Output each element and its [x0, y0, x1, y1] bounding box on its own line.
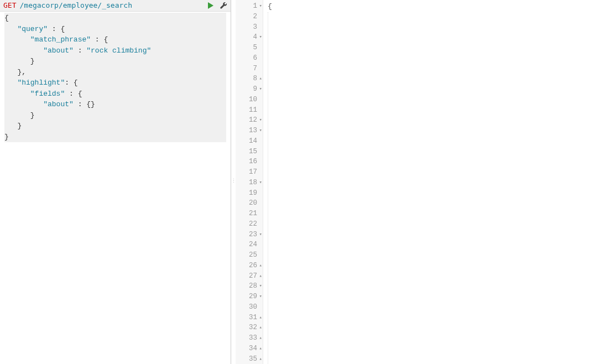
line-number: 26▴	[236, 261, 257, 271]
line-number: 23▾	[236, 230, 257, 240]
line-number: 2	[236, 12, 257, 22]
line-number: 8▴	[236, 74, 257, 84]
line-number: 6	[236, 53, 257, 64]
line-number: 3	[236, 22, 257, 33]
request-editor[interactable]: { "query" : { "match_phrase" : { "about"…	[0, 12, 231, 364]
line-number: 7	[236, 64, 257, 74]
line-number: 5	[236, 43, 257, 53]
line-number: 14	[236, 136, 257, 147]
line-number: 22	[236, 219, 257, 230]
line-number: 10	[236, 95, 257, 105]
line-number: 21	[236, 209, 257, 219]
line-number: 4▾	[236, 32, 257, 43]
endpoint-path: /megacorp/employee/_search	[19, 0, 132, 11]
wrench-icon[interactable]	[220, 2, 227, 9]
line-number: 15	[236, 147, 257, 157]
request-topbar: GET /megacorp/employee/_search	[0, 0, 231, 12]
svg-marker-0	[208, 2, 213, 9]
request-pane: GET /megacorp/employee/_search { "query"…	[0, 0, 231, 364]
line-number: 13▾	[236, 126, 257, 136]
line-number: 19	[236, 188, 257, 199]
line-number: 1▾	[236, 1, 257, 12]
line-number: 20	[236, 198, 257, 209]
response-viewer[interactable]: { "took": 1, "timed_out": false, "_shard…	[263, 0, 589, 364]
line-number: 33▴	[236, 333, 257, 344]
line-number: 17	[236, 167, 257, 178]
line-number: 16	[236, 157, 257, 167]
response-pane: 1▾234▾5678▴9▾101112▾13▾1415161718▾192021…	[236, 0, 589, 364]
line-number: 30	[236, 302, 257, 313]
line-number: 34▴	[236, 344, 257, 354]
line-number: 31▴	[236, 313, 257, 323]
line-number: 24	[236, 240, 257, 250]
line-number: 32▴	[236, 323, 257, 333]
line-number: 29▾	[236, 292, 257, 302]
line-number: 25	[236, 250, 257, 261]
line-gutter: 1▾234▾5678▴9▾101112▾13▾1415161718▾192021…	[236, 0, 263, 364]
http-method: GET	[3, 0, 16, 11]
run-query-icon[interactable]	[207, 2, 214, 9]
splitter-handle[interactable]: ⋮	[231, 0, 236, 364]
line-number: 18▾	[236, 178, 257, 188]
line-number: 12▾	[236, 115, 257, 126]
line-number: 28▾	[236, 281, 257, 292]
line-number: 35▴	[236, 354, 257, 365]
line-number: 11	[236, 105, 257, 116]
line-number: 27▴	[236, 271, 257, 282]
line-number: 9▾	[236, 84, 257, 95]
